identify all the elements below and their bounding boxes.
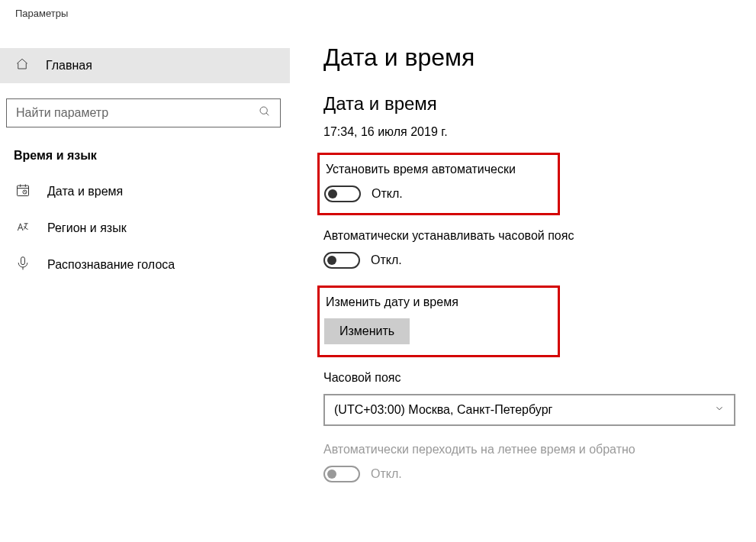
sidebar-item-speech[interactable]: Распознавание голоса [0,247,290,283]
change-button[interactable]: Изменить [324,318,410,344]
search-input[interactable] [16,106,259,120]
current-datetime: 17:34, 16 июля 2019 г. [323,125,738,139]
svg-rect-9 [21,257,25,265]
timezone-dropdown[interactable]: (UTC+03:00) Москва, Санкт-Петербург [323,394,735,426]
calendar-icon [15,182,31,201]
sidebar-section-title: Время и язык [0,127,290,173]
home-icon [15,57,29,74]
main-panel: Дата и время Дата и время 17:34, 16 июля… [290,27,756,542]
auto-time-toggle-row: Откл. [324,186,544,202]
dst-block: Автоматически переходить на летнее время… [323,443,738,482]
svg-rect-2 [18,186,29,195]
content-area: Главная Время и язык Дата и время Регион… [0,27,756,542]
sidebar-item-date-time[interactable]: Дата и время [0,173,290,210]
sidebar-item-label: Дата и время [47,185,123,198]
svg-line-1 [266,113,269,115]
search-icon [259,105,271,121]
auto-tz-toggle-row: Откл. [323,252,738,269]
page-title: Дата и время [323,44,738,72]
dst-toggle [323,466,360,482]
search-box[interactable] [6,98,281,127]
microphone-icon [15,256,31,274]
dst-label: Автоматически переходить на летнее время… [323,443,738,457]
auto-tz-status: Откл. [371,253,402,267]
sidebar: Главная Время и язык Дата и время Регион… [0,27,290,542]
auto-time-status: Откл. [372,187,403,201]
dst-status: Откл. [371,467,402,481]
sidebar-item-label: Распознавание голоса [47,258,175,272]
sidebar-item-label: Регион и язык [47,221,127,235]
auto-time-toggle[interactable] [324,186,361,202]
sidebar-item-region-language[interactable]: Регион и язык [0,210,290,247]
sidebar-home[interactable]: Главная [0,48,290,83]
window-title: Параметры [0,0,756,27]
auto-tz-label: Автоматически устанавливать часовой пояс [323,229,738,243]
highlight-change-datetime: Изменить дату и время Изменить [317,286,560,357]
timezone-label: Часовой пояс [323,371,738,385]
timezone-value: (UTC+03:00) Москва, Санкт-Петербург [334,403,552,417]
sub-title: Дата и время [323,93,738,115]
svg-point-0 [260,107,267,114]
language-icon [15,219,31,237]
change-dt-label: Изменить дату и время [326,295,544,309]
sidebar-home-label: Главная [46,59,92,73]
highlight-auto-time: Установить время автоматически Откл. [317,153,560,215]
chevron-down-icon [714,403,725,417]
auto-timezone-block: Автоматически устанавливать часовой пояс… [323,229,738,269]
timezone-block: Часовой пояс (UTC+03:00) Москва, Санкт-П… [323,371,738,426]
auto-tz-toggle[interactable] [323,252,360,269]
dst-toggle-row: Откл. [323,466,738,482]
svg-line-8 [25,192,26,193]
auto-time-label: Установить время автоматически [326,163,544,176]
